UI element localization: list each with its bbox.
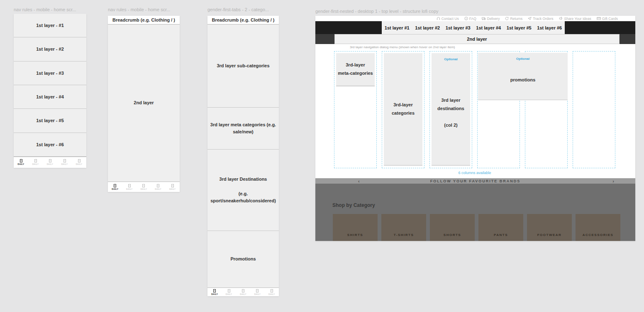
utility-nav-share-your-ideas[interactable]: Share Your Ideas	[559, 17, 591, 21]
tab-1st-layer-4[interactable]: 1st layer #4	[473, 25, 504, 30]
frame-desktop-structure: Contact Us FAQ Delivery Returns Track Or…	[315, 16, 635, 241]
bottom-tab-bar: DAILY DAILY DAILY DAILY DAILY	[14, 157, 86, 168]
categories-card: 3rd-layer categories	[384, 53, 422, 166]
tab-bar-label: DAILY	[254, 293, 261, 295]
tab-bar-label: DAILY	[112, 188, 118, 190]
tab-1st-layer-3[interactable]: 1st layer #3	[443, 25, 473, 30]
tab-bar-item[interactable]: DAILY	[14, 157, 28, 168]
category-tile-shirts[interactable]: SHIRTS	[333, 214, 378, 241]
dialog-column-6	[573, 51, 615, 168]
bottom-tab-bar: DAILY DAILY DAILY DAILY DAILY	[207, 287, 279, 296]
frame-title-mobile2[interactable]: nav rules - mobile - home scr...	[108, 7, 170, 12]
tab-bar-item[interactable]: DAILY	[165, 182, 180, 192]
app-logo-icon	[114, 184, 116, 187]
tab-bar-item[interactable]: DAILY	[57, 157, 72, 168]
frame-title-desktop[interactable]: gender-first-nested - desktop 1 - top le…	[315, 9, 439, 14]
gift-card-icon	[597, 17, 601, 20]
category-tile-label: PANTS	[494, 233, 508, 237]
utility-nav-gift-cards[interactable]: Gift Cards	[597, 17, 618, 21]
category-tile-tshirts[interactable]: T-SHIRTS	[381, 214, 426, 241]
tab-bar-item[interactable]: DAILY	[28, 157, 43, 168]
secondary-nav-bar: 2nd layer	[315, 34, 635, 44]
tab-bar-item[interactable]: DAILY	[222, 288, 236, 296]
frame-title-mobile1[interactable]: nav rules - mobile - home scr...	[14, 7, 76, 12]
app-logo-icon	[20, 159, 22, 162]
category-tiles: SHIRTS T-SHIRTS SHORTS PANTS FOOTWEAR AC…	[333, 214, 635, 241]
primary-nav-bar: 1st layer #1 1st layer #2 1st layer #3 1…	[315, 21, 635, 34]
tab-1st-layer-1[interactable]: 1st layer #1	[382, 25, 412, 30]
carousel-next-icon[interactable]: ›	[612, 178, 615, 184]
promotions-card: Optional promotions	[478, 53, 568, 100]
utility-nav-faq[interactable]: FAQ	[464, 17, 476, 21]
nav-list-item[interactable]: 1st layer - #2	[14, 37, 86, 61]
nav-list-item[interactable]: 1st layer - #3	[14, 61, 86, 85]
category-tile-pants[interactable]: PANTS	[478, 214, 523, 241]
dialog-column-3: Optional 3rd layer destinations (col 2)	[429, 51, 472, 168]
tab-bar-label: DAILY	[211, 293, 218, 295]
utility-nav-contact-us[interactable]: Contact Us	[437, 17, 459, 21]
utility-nav-delivery[interactable]: Delivery	[482, 17, 500, 21]
app-logo-icon	[63, 159, 66, 162]
app-logo-icon	[228, 289, 230, 292]
frame-mobile-nav-rules-1: 1st layer - #1 1st layer - #2 1st layer …	[14, 14, 86, 168]
tab-bar-label: DAILY	[61, 163, 68, 165]
tab-bar-item[interactable]: DAILY	[72, 157, 86, 168]
section-subcategories: 3rd layer sub-categories	[207, 25, 279, 108]
category-tile-label: T-SHIRTS	[394, 233, 414, 237]
category-tile-accessories[interactable]: ACCESSORIES	[576, 214, 620, 241]
meta-categories-label: 3rd-layer meta-categories	[336, 53, 375, 86]
tab-1st-layer-6[interactable]: 1st layer #6	[534, 25, 565, 30]
tab-bar-label: DAILY	[240, 293, 246, 295]
tab-bar-item[interactable]: DAILY	[122, 182, 137, 192]
category-tile-shorts[interactable]: SHORTS	[430, 214, 475, 241]
app-logo-icon	[157, 184, 159, 187]
tab-1st-layer-2[interactable]: 1st layer #2	[412, 25, 443, 30]
tab-bar-item[interactable]: DAILY	[250, 288, 264, 296]
category-tile-footwear[interactable]: FOOTWEAR	[527, 214, 572, 241]
categories-label: 3rd-layer categories	[384, 53, 422, 165]
breadcrumb[interactable]: Breadcrumb (e.g. Clothing / )	[108, 16, 180, 25]
utility-nav-track-orders[interactable]: Track Orders	[528, 17, 553, 21]
app-logo-icon	[78, 159, 80, 162]
optional-badge: Optional	[432, 53, 470, 61]
breadcrumb[interactable]: Breadcrumb (e.g. Clothing / )	[207, 16, 279, 25]
utility-nav-returns[interactable]: Returns	[505, 17, 522, 21]
tab-bar-item[interactable]: DAILY	[151, 182, 166, 192]
tab-bar-label: DAILY	[17, 163, 24, 165]
brands-carousel-bar: ‹ FOLLOW YOUR FAVOURITE BRANDS ›	[315, 178, 635, 184]
nav-list-item[interactable]: 1st layer - #1	[14, 14, 86, 37]
utility-nav-label: Track Orders	[533, 17, 553, 21]
nav-list-item[interactable]: 1st layer - #5	[14, 109, 86, 133]
megaphone-icon	[559, 17, 563, 20]
category-tile-label: SHORTS	[444, 233, 461, 237]
app-logo-icon	[256, 289, 259, 292]
nav-list-item[interactable]: 1st layer - #6	[14, 133, 86, 157]
app-logo-icon	[171, 184, 174, 187]
app-logo-icon	[242, 289, 244, 292]
second-layer-nav[interactable]: 2nd layer	[334, 34, 620, 44]
utility-nav-label: Returns	[510, 17, 522, 21]
tab-bar-label: DAILY	[141, 188, 147, 190]
primary-tabs: 1st layer #1 1st layer #2 1st layer #3 1…	[382, 21, 565, 34]
carousel-prev-icon[interactable]: ‹	[358, 178, 361, 184]
app-logo-icon	[142, 184, 145, 187]
headset-icon	[437, 17, 440, 20]
tab-bar-item[interactable]: DAILY	[265, 288, 279, 296]
utility-nav-label: FAQ	[469, 17, 476, 21]
nav-list-item[interactable]: 1st layer - #4	[14, 85, 86, 109]
truck-icon	[482, 17, 486, 20]
tab-bar-label: DAILY	[169, 188, 176, 190]
tab-bar-item[interactable]: DAILY	[207, 288, 222, 296]
utility-nav: Contact Us FAQ Delivery Returns Track Or…	[315, 16, 635, 21]
frame-title-tabs[interactable]: gender-first-tabs - 2 - catego...	[207, 7, 269, 12]
tab-1st-layer-5[interactable]: 1st layer #5	[504, 25, 534, 30]
returns-icon	[505, 17, 509, 20]
tab-bar-item[interactable]: DAILY	[108, 182, 122, 192]
category-tile-label: FOOTWEAR	[537, 233, 562, 237]
tab-bar-label: DAILY	[32, 163, 39, 165]
tab-bar-item[interactable]: DAILY	[43, 157, 57, 168]
app-logo-icon	[271, 289, 273, 292]
tab-bar-item[interactable]: DAILY	[236, 288, 250, 296]
info-icon	[464, 17, 468, 20]
tab-bar-item[interactable]: DAILY	[137, 182, 151, 192]
